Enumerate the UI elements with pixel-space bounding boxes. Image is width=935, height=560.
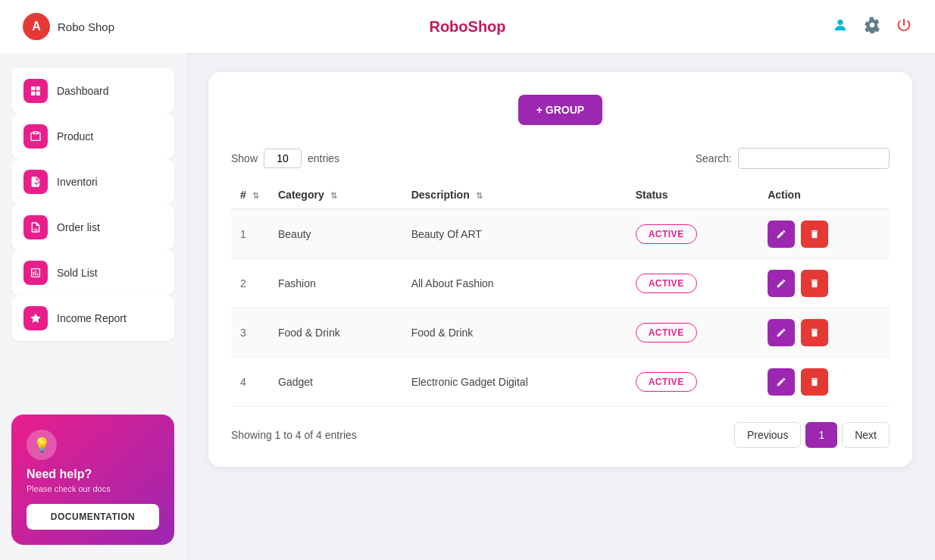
cell-num: 1 <box>231 209 269 259</box>
main-content: + GROUP Show entries Search: <box>186 53 935 560</box>
svg-point-0 <box>837 19 843 24</box>
cell-description: Food & Drink <box>402 308 627 358</box>
cell-num: 4 <box>231 358 269 407</box>
edit-button[interactable] <box>768 319 795 346</box>
cell-action <box>758 259 890 308</box>
next-button[interactable]: Next <box>842 422 890 448</box>
delete-button[interactable] <box>801 368 828 396</box>
power-icon[interactable] <box>896 17 912 37</box>
table-row: 1 Beauty Beauty Of ART ACTIVE <box>231 209 890 259</box>
showing-text: Showing 1 to 4 of 4 entries <box>231 429 357 441</box>
action-buttons <box>768 270 880 297</box>
app-name: Robo Shop <box>58 20 114 33</box>
header-right <box>832 17 912 37</box>
edit-button[interactable] <box>768 221 795 248</box>
sort-num-icon[interactable]: ⇅ <box>252 191 259 201</box>
cell-num: 2 <box>231 259 269 308</box>
action-buttons <box>768 221 880 248</box>
documentation-button[interactable]: DOCUMENTATION <box>27 504 159 530</box>
edit-button[interactable] <box>768 270 795 297</box>
sort-description-icon[interactable]: ⇅ <box>476 191 483 201</box>
sidebar-item-inventori[interactable]: Inventori <box>11 159 174 205</box>
nav-icon-product <box>23 124 48 149</box>
logo-icon: A <box>23 13 50 40</box>
cell-status: ACTIVE <box>627 358 759 407</box>
help-subtitle: Please check our docs <box>27 484 159 493</box>
previous-button[interactable]: Previous <box>734 422 801 448</box>
show-label: Show <box>231 152 258 164</box>
cell-status: ACTIVE <box>627 259 759 308</box>
edit-button[interactable] <box>768 368 795 396</box>
sort-category-icon[interactable]: ⇅ <box>330 191 337 201</box>
user-icon[interactable] <box>832 17 849 37</box>
cell-category: Food & Drink <box>269 308 402 358</box>
nav-label-product: Product <box>57 130 93 142</box>
header-left: A Robo Shop <box>23 13 114 40</box>
sidebar-item-sold-list[interactable]: Sold List <box>11 250 174 296</box>
nav-icon-dashboard <box>23 79 48 103</box>
sidebar-item-income-report[interactable]: Income Report <box>11 296 174 341</box>
cell-num: 3 <box>231 308 269 358</box>
delete-button[interactable] <box>801 221 828 248</box>
layout: Dashboard Product Inventori Order list S… <box>0 53 935 560</box>
category-table: # ⇅ Category ⇅ Description ⇅ Status Acti… <box>231 181 890 407</box>
pagination: Previous 1 Next <box>734 422 890 448</box>
nav-label-inventori: Inventori <box>57 176 98 188</box>
header-brand: RoboShop <box>429 18 505 36</box>
nav-icon-inventori <box>23 170 48 194</box>
cell-action <box>758 209 890 259</box>
table-footer: Showing 1 to 4 of 4 entries Previous 1 N… <box>231 422 890 448</box>
cell-description: All About Fashion <box>402 259 627 308</box>
help-icon: 💡 <box>27 430 57 460</box>
show-entries-control: Show entries <box>231 149 339 168</box>
cell-category: Beauty <box>269 209 402 259</box>
table-controls: Show entries Search: <box>231 148 890 169</box>
help-card: 💡 Need help? Please check our docs DOCUM… <box>11 415 174 545</box>
content-card: + GROUP Show entries Search: <box>208 72 912 467</box>
cell-status: ACTIVE <box>627 209 759 259</box>
svg-rect-3 <box>31 92 35 95</box>
add-group-button[interactable]: + GROUP <box>518 95 602 125</box>
cell-description: Electronic Gadget Digital <box>402 358 627 407</box>
col-status: Status <box>627 181 759 209</box>
sidebar-item-order-list[interactable]: Order list <box>11 205 174 250</box>
cell-action <box>758 358 890 407</box>
col-action: Action <box>758 181 890 209</box>
entries-label: entries <box>308 152 339 164</box>
delete-button[interactable] <box>801 319 828 346</box>
cell-category: Gadget <box>269 358 402 407</box>
delete-button[interactable] <box>801 270 828 297</box>
search-control: Search: <box>696 148 890 169</box>
status-badge: ACTIVE <box>636 274 697 293</box>
nav-label-sold-list: Sold List <box>57 267 98 279</box>
search-label: Search: <box>696 152 732 164</box>
entries-input[interactable] <box>264 149 302 168</box>
svg-rect-1 <box>31 86 35 90</box>
col-num: # ⇅ <box>231 181 269 209</box>
sidebar-item-dashboard[interactable]: Dashboard <box>11 68 174 114</box>
sidebar-item-product[interactable]: Product <box>11 114 174 159</box>
nav-label-income-report: Income Report <box>57 312 127 324</box>
cell-category: Fashion <box>269 259 402 308</box>
nav-label-order-list: Order list <box>57 221 100 233</box>
card-header: + GROUP <box>231 95 890 125</box>
nav-label-dashboard: Dashboard <box>57 85 109 97</box>
header: A Robo Shop RoboShop <box>0 0 935 53</box>
page-1-button[interactable]: 1 <box>805 422 837 448</box>
col-description: Description ⇅ <box>402 181 627 209</box>
table-row: 2 Fashion All About Fashion ACTIVE <box>231 259 890 308</box>
cell-status: ACTIVE <box>627 308 759 358</box>
table-row: 4 Gadget Electronic Gadget Digital ACTIV… <box>231 358 890 407</box>
status-badge: ACTIVE <box>636 323 697 343</box>
nav-icon-sold-list <box>23 261 48 285</box>
action-buttons <box>768 368 880 396</box>
status-badge: ACTIVE <box>636 224 697 244</box>
status-badge: ACTIVE <box>636 372 697 392</box>
search-input[interactable] <box>738 148 890 169</box>
action-buttons <box>768 319 880 346</box>
col-category: Category ⇅ <box>269 181 402 209</box>
settings-icon[interactable] <box>864 17 880 37</box>
svg-rect-2 <box>36 86 40 90</box>
cell-action <box>758 308 890 358</box>
svg-rect-4 <box>36 92 40 95</box>
